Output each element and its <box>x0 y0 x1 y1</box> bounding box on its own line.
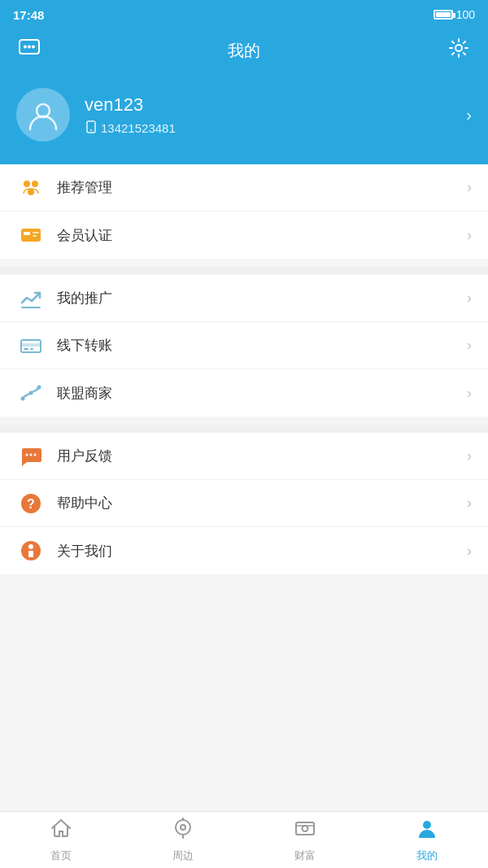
svg-point-2 <box>28 46 31 49</box>
svg-point-3 <box>32 46 35 49</box>
svg-rect-17 <box>24 348 28 350</box>
svg-point-36 <box>423 821 431 829</box>
profile-info: ven123 13421523481 <box>85 94 451 136</box>
nav-item-wealth[interactable]: 财富 <box>244 812 366 868</box>
avatar <box>16 88 70 142</box>
feedback-label: 用户反馈 <box>57 447 467 465</box>
status-time: 17:48 <box>13 8 44 22</box>
transfer-icon <box>16 331 46 360</box>
bottom-nav: 首页 周边 财富 <box>0 811 488 868</box>
svg-point-34 <box>303 826 308 831</box>
alliance-icon <box>16 378 46 408</box>
profile-phone-number: 13421523481 <box>101 121 176 135</box>
nav-label-home: 首页 <box>50 848 72 863</box>
message-icon[interactable] <box>16 37 42 64</box>
promote-arrow: › <box>467 290 472 307</box>
svg-point-23 <box>30 453 33 456</box>
menu-item-member[interactable]: 会员认证 › <box>0 212 488 259</box>
menu-item-about[interactable]: 关于我们 › <box>0 527 488 574</box>
about-arrow: › <box>467 543 472 560</box>
svg-point-8 <box>24 181 30 187</box>
profile-phone-row: 13421523481 <box>85 120 451 136</box>
nav-label-mine: 我的 <box>416 848 438 863</box>
svg-point-7 <box>90 129 92 131</box>
alliance-arrow: › <box>467 385 472 402</box>
nearby-icon <box>172 817 194 845</box>
battery-level: 100 <box>456 8 475 21</box>
nav-label-nearby: 周边 <box>172 848 194 863</box>
about-icon <box>16 536 46 565</box>
svg-point-10 <box>28 189 34 195</box>
svg-rect-29 <box>28 551 33 557</box>
menu-item-alliance[interactable]: 联盟商家 › <box>0 369 488 417</box>
svg-point-5 <box>37 104 50 117</box>
svg-point-30 <box>181 825 185 830</box>
menu-item-transfer[interactable]: 线下转账 › <box>0 322 488 369</box>
nav-item-nearby[interactable]: 周边 <box>122 812 244 868</box>
nav-item-home[interactable]: 首页 <box>0 812 122 868</box>
promote-icon <box>16 284 46 313</box>
transfer-label: 线下转账 <box>57 336 467 355</box>
svg-rect-16 <box>21 343 41 347</box>
help-label: 帮助中心 <box>57 494 467 513</box>
svg-point-28 <box>28 544 33 549</box>
main-content: 推荐管理 › 会员认证 › <box>0 164 488 652</box>
referral-label: 推荐管理 <box>57 178 467 197</box>
battery-icon <box>434 10 453 20</box>
svg-rect-12 <box>24 232 30 235</box>
battery-container: 100 <box>434 8 475 21</box>
svg-text:?: ? <box>27 497 35 511</box>
menu-item-promote[interactable]: 我的推广 › <box>0 275 488 322</box>
svg-point-22 <box>26 453 28 456</box>
home-icon <box>50 817 72 845</box>
svg-rect-13 <box>33 232 39 233</box>
profile-arrow-icon: › <box>466 106 472 124</box>
svg-rect-11 <box>21 229 41 242</box>
svg-point-4 <box>455 45 462 51</box>
profile-section[interactable]: ven123 13421523481 › <box>0 72 488 164</box>
alliance-label: 联盟商家 <box>57 384 467 403</box>
svg-point-1 <box>24 46 27 49</box>
nav-item-mine[interactable]: 我的 <box>366 812 488 868</box>
svg-rect-33 <box>296 822 314 835</box>
help-icon: ? <box>16 489 46 518</box>
feedback-icon <box>16 442 46 471</box>
menu-section-3: 用户反馈 › ? 帮助中心 › 关于我们 › <box>0 433 488 574</box>
header: 我的 <box>0 29 488 72</box>
svg-point-31 <box>176 820 190 835</box>
bottom-spacer <box>0 582 488 591</box>
svg-point-24 <box>34 453 37 456</box>
referral-arrow: › <box>467 179 472 196</box>
member-arrow: › <box>467 227 472 244</box>
mine-icon <box>416 817 438 845</box>
svg-rect-18 <box>30 348 33 350</box>
menu-item-feedback[interactable]: 用户反馈 › <box>0 433 488 480</box>
transfer-arrow: › <box>467 337 472 354</box>
page-title: 我的 <box>228 40 260 62</box>
status-bar: 17:48 100 <box>0 0 488 29</box>
wealth-icon <box>294 817 316 845</box>
about-label: 关于我们 <box>57 542 467 560</box>
section-divider-2 <box>0 425 488 433</box>
promote-label: 我的推广 <box>57 289 467 308</box>
svg-point-9 <box>32 181 38 187</box>
member-icon <box>16 220 46 250</box>
profile-username: ven123 <box>85 94 451 116</box>
nav-label-wealth: 财富 <box>294 848 316 863</box>
svg-rect-14 <box>33 235 37 237</box>
settings-icon[interactable] <box>446 37 472 63</box>
menu-item-help[interactable]: ? 帮助中心 › <box>0 480 488 527</box>
phone-icon <box>85 120 98 136</box>
menu-section-2: 我的推广 › 线下转账 › <box>0 275 488 417</box>
feedback-arrow: › <box>467 447 472 465</box>
member-label: 会员认证 <box>57 226 467 245</box>
referral-icon <box>16 173 46 203</box>
section-divider-1 <box>0 267 488 275</box>
menu-section-1: 推荐管理 › 会员认证 › <box>0 164 488 259</box>
help-arrow: › <box>467 495 472 512</box>
menu-item-referral[interactable]: 推荐管理 › <box>0 164 488 212</box>
